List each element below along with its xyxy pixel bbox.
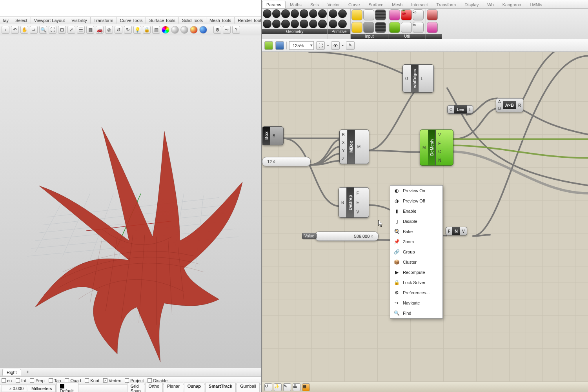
component-len[interactable]: C Len L [447, 105, 473, 114]
zoom-extents-icon[interactable]: ⊡ [58, 26, 66, 34]
param-icon[interactable] [291, 20, 299, 28]
new-icon[interactable]: ▫ [2, 26, 9, 34]
osnap-int[interactable]: Int [16, 378, 26, 383]
param-icon[interactable] [281, 9, 290, 18]
status-toggle[interactable]: Planar [164, 383, 183, 392]
gh-tab-params[interactable]: Params [262, 1, 286, 8]
rhino-tab[interactable]: Surface Tools [146, 17, 178, 24]
rhino-tab[interactable]: Render Tools [235, 17, 261, 24]
viewport-add-tab[interactable]: ✦ [24, 369, 32, 376]
gh-tab-lmnts[interactable]: LMNts [525, 1, 546, 8]
zoom-selected-icon[interactable]: ⤢ [67, 26, 75, 34]
status-toggle[interactable]: SmartTrack [205, 383, 236, 392]
osnap-perp[interactable]: Perp [30, 378, 44, 383]
rhino-tab[interactable]: Transform [91, 17, 117, 24]
grid-icon[interactable]: ▦ [302, 383, 310, 391]
open-file-icon[interactable] [264, 41, 273, 50]
param-icon[interactable] [263, 20, 271, 28]
status-toggle[interactable]: Grid Snap [127, 383, 144, 392]
light-icon[interactable]: 💡 [133, 26, 141, 34]
flask-icon[interactable] [427, 9, 438, 20]
rhino-command-area[interactable] [0, 0, 261, 16]
rhino-tab[interactable]: Viewport Layout [31, 17, 69, 24]
layers-icon[interactable]: ▤ [152, 26, 160, 34]
ctx-bake[interactable]: 🍳Bake [390, 226, 442, 237]
gh-canvas[interactable]: Box B 12 ◊ BXYZ MBox M M DeMesh VFCN G [262, 52, 588, 382]
gh-tab-surface[interactable]: Surface [364, 1, 388, 8]
gh-tab-intersect[interactable]: Intersect [407, 1, 432, 8]
ctx-find[interactable]: 🔍Find [390, 308, 442, 318]
input-icon[interactable] [351, 9, 362, 20]
util-icon[interactable] [401, 22, 412, 33]
save-file-icon[interactable] [275, 41, 284, 50]
color-wheel-icon[interactable] [162, 26, 169, 34]
flask-icon[interactable] [427, 22, 438, 33]
osnap-knot[interactable]: Knot [85, 378, 99, 383]
util-icon[interactable]: 🍒 [401, 9, 412, 20]
ctx-preferences-[interactable]: ⚙Preferences... [390, 288, 442, 298]
cplane-prev-icon[interactable]: ↺ [115, 26, 122, 34]
input-icon[interactable] [363, 9, 374, 20]
rhino-tab[interactable]: lay [0, 17, 12, 24]
param-icon[interactable] [300, 20, 308, 28]
render-preview-icon[interactable] [190, 26, 198, 34]
lock-icon[interactable]: 🔒 [143, 26, 151, 34]
component-n[interactable]: F N V [446, 227, 467, 235]
param-icon[interactable] [281, 20, 290, 28]
zoom-level-select[interactable]: 125%▾ [289, 41, 314, 50]
wand-icon[interactable]: ✨ [274, 383, 282, 391]
zoom-window-icon[interactable]: ⛶ [49, 26, 56, 34]
pan-icon[interactable]: ✋ [20, 26, 28, 34]
shade-icon[interactable] [171, 26, 179, 34]
ctx-group[interactable]: 🔗Group [390, 247, 442, 257]
zoom-icon[interactable]: 🔍 [39, 26, 47, 34]
status-layer[interactable]: Default [56, 382, 78, 392]
param-icon[interactable] [318, 9, 327, 18]
input-icon[interactable] [363, 22, 374, 33]
input-icon[interactable] [351, 22, 362, 33]
rhino-tab[interactable]: Mesh Tools [206, 17, 235, 24]
input-icon[interactable] [375, 9, 386, 20]
ctx-zoom[interactable]: 📌Zoom [390, 237, 442, 247]
param-icon[interactable] [309, 20, 318, 28]
gh-tab-maths[interactable]: Maths [286, 1, 306, 8]
param-icon[interactable] [329, 9, 337, 18]
component-debrep[interactable]: B DeBrep FEV [339, 187, 369, 218]
param-icon[interactable] [272, 9, 281, 18]
status-units[interactable]: Millimeters [28, 385, 56, 392]
param-icon[interactable] [338, 20, 347, 28]
gh-tab-sets[interactable]: Sets [306, 1, 323, 8]
rhino-tab[interactable]: Visibility [68, 17, 91, 24]
ctx-cluster[interactable]: 📦Cluster [390, 257, 442, 267]
sketch-icon[interactable]: ✎ [346, 41, 355, 50]
cplane-next-icon[interactable]: ↻ [124, 26, 132, 34]
util-icon[interactable] [389, 22, 400, 33]
gh-tab-curve[interactable]: Curve [344, 1, 364, 8]
input-icon[interactable] [375, 22, 386, 33]
car-icon[interactable]: 🚗 [96, 26, 104, 34]
compass-icon[interactable]: ✎ [283, 383, 291, 391]
help-icon[interactable]: ? [232, 26, 240, 34]
render-icon[interactable] [180, 26, 188, 34]
history-icon[interactable]: ↺ [264, 383, 272, 391]
param-icon[interactable] [300, 9, 308, 18]
gh-tab-kangaroo[interactable]: Kangaroo [498, 1, 526, 8]
gh-tab-wb[interactable]: Wb [483, 1, 498, 8]
gh-tab-transform[interactable]: Transform [432, 1, 460, 8]
param-icon[interactable] [291, 9, 299, 18]
ctx-recompute[interactable]: ▶Recompute [390, 267, 442, 277]
component-wbedges[interactable]: G wbEdges L [402, 64, 434, 93]
param-icon[interactable] [338, 9, 347, 18]
osnap-vertex[interactable]: ✓Vertex [103, 378, 121, 383]
rhino-tab[interactable]: Curve Tools [117, 17, 146, 24]
gh-tab-vector[interactable]: Vector [323, 1, 344, 8]
slider-value[interactable]: Value 586.000 ○ [315, 232, 379, 241]
gear-icon[interactable]: ⚙ [213, 26, 221, 34]
ctx-navigate[interactable]: ↪Navigate [390, 298, 442, 308]
gh-tab-mesh[interactable]: Mesh [388, 1, 407, 8]
component-mbox[interactable]: BXYZ MBox M [339, 129, 369, 164]
viewport-tab-right[interactable]: Right [2, 369, 21, 376]
status-toggle[interactable]: Osnap [184, 383, 204, 392]
slider-12[interactable]: 12 ◊ [262, 157, 311, 166]
ctx-disable[interactable]: ▯Disable [390, 216, 442, 226]
